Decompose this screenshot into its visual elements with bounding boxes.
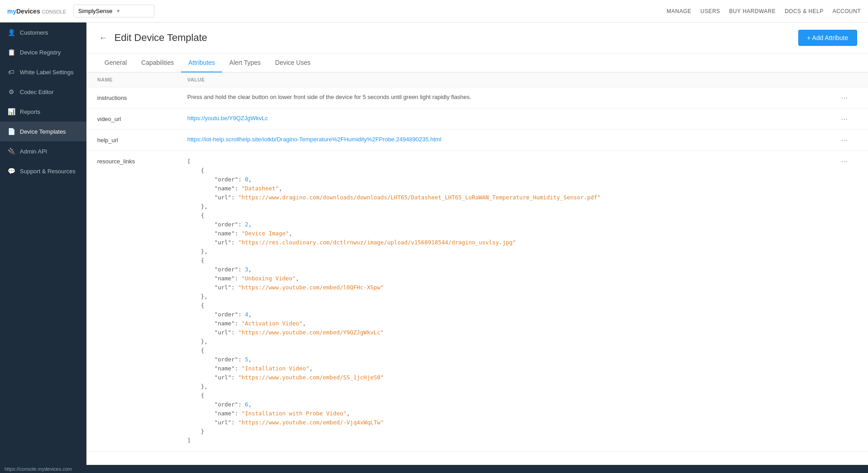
tab-attributes[interactable]: Attributes [181,54,222,72]
device-registry-icon: 📋 [7,49,15,56]
sidebar: 👤 Customers 📋 Device Registry 🏷 White La… [0,23,86,465]
sidebar-item-device-registry[interactable]: 📋 Device Registry [0,42,86,62]
sidebar-item-support[interactable]: 💬 Support & Resources [0,161,86,181]
attr-menu-button-video-url[interactable]: ··· [839,115,850,123]
sidebar-item-codec-editor[interactable]: ⚙ Codec Editor [0,82,86,102]
attr-menu-cell: ··· [839,94,857,102]
app-body: 👤 Customers 📋 Device Registry 🏷 White La… [0,23,868,465]
tab-capabilities[interactable]: Capabilities [134,54,181,72]
add-attribute-button[interactable]: + Add Attribute [798,30,857,46]
header-name: NAME [97,77,187,82]
attr-menu-cell: ··· [839,136,857,144]
attr-name-resource-links: resource_links [97,157,187,165]
attr-name-video-url: video_url [97,115,187,122]
page-header: ← Edit Device Template + Add Attribute [86,23,868,54]
nav-account-link[interactable]: ACCOUNT [832,8,861,14]
reports-icon: 📊 [7,108,15,115]
brand-logo: myDevices CONSOLE [7,8,66,15]
table-row: help_url https://iot-help.scrollhelp.sit… [86,130,868,151]
nav-manage-link[interactable]: MANAGE [667,8,692,14]
help-url-link[interactable]: https://iot-help.scrollhelp.site/iotkb/D… [187,136,441,143]
sidebar-item-label: Support & Resources [20,168,76,175]
attr-menu-cell: ··· [839,157,857,165]
brand-prefix: my [7,8,16,15]
sidebar-item-label: White Label Settings [20,69,73,76]
attr-name-instructions: instructions [97,94,187,101]
attributes-table: NAME VALUE instructions Press and hold t… [86,72,868,465]
attr-name-help-url: help_url [97,136,187,144]
header-actions [839,77,857,82]
nav-docs-help-link[interactable]: DOCS & HELP [785,8,823,14]
brand-name: Devices [16,8,40,15]
tab-general[interactable]: General [97,54,134,72]
tab-alert-types[interactable]: Alert Types [222,54,268,72]
tab-bar: General Capabilities Attributes Alert Ty… [86,54,868,72]
workspace-selector[interactable]: SimplySense ▼ [73,5,154,18]
table-row: video_url https://youtu.be/Y9QZJgWkvLc ·… [86,108,868,130]
sidebar-item-white-label[interactable]: 🏷 White Label Settings [0,62,86,82]
sidebar-item-label: Admin API [20,148,47,155]
attr-menu-cell: ··· [839,115,857,123]
status-bar: https://console.mydevices.com [0,465,868,473]
attr-value-instructions: Press and hold the clear button on lower… [187,94,839,100]
sidebar-item-label: Codec Editor [20,89,54,95]
top-nav: myDevices CONSOLE SimplySense ▼ MANAGE U… [0,0,868,23]
attr-value-help-url: https://iot-help.scrollhelp.site/iotkb/D… [187,136,839,143]
json-content: [ { "order": 0, "name": "Datasheet", "ur… [187,157,839,445]
nav-buy-hardware-link[interactable]: BUY HARDWARE [729,8,776,14]
sidebar-item-label: Customers [20,29,48,36]
customers-icon: 👤 [7,29,15,36]
tab-device-uses[interactable]: Device Uses [268,54,318,72]
table-row: instructions Press and hold the clear bu… [86,87,868,108]
white-label-icon: 🏷 [7,68,15,76]
admin-api-icon: 🔌 [7,148,15,155]
nav-users-link[interactable]: USERS [701,8,720,14]
sidebar-item-device-templates[interactable]: 📄 Device Templates [0,122,86,141]
attr-value-video-url: https://youtu.be/Y9QZJgWkvLc [187,115,839,122]
attr-menu-button-instructions[interactable]: ··· [839,94,850,102]
attr-menu-button-resource-links[interactable]: ··· [839,157,850,165]
sidebar-item-reports[interactable]: 📊 Reports [0,102,86,122]
workspace-name: SimplySense [78,8,113,14]
sidebar-item-customers[interactable]: 👤 Customers [0,23,86,42]
top-nav-links: MANAGE USERS BUY HARDWARE DOCS & HELP AC… [667,8,861,14]
sidebar-item-admin-api[interactable]: 🔌 Admin API [0,141,86,161]
status-url: https://console.mydevices.com [5,466,72,472]
attr-value-resource-links: [ { "order": 0, "name": "Datasheet", "ur… [187,157,839,445]
brand-suffix: CONSOLE [42,9,66,14]
sidebar-item-label: Reports [20,108,41,115]
add-attribute-label: + Add Attribute [807,34,848,41]
sidebar-item-label: Device Registry [20,49,61,56]
table-row-resource-links: resource_links [ { "order": 0, "name": "… [86,151,868,452]
device-templates-icon: 📄 [7,128,15,135]
back-button[interactable]: ← [97,32,109,45]
video-url-link[interactable]: https://youtu.be/Y9QZJgWkvLc [187,115,268,122]
header-value: VALUE [187,77,839,82]
main-content: ← Edit Device Template + Add Attribute G… [86,23,868,465]
support-icon: 💬 [7,167,15,175]
chevron-down-icon: ▼ [116,9,149,14]
table-header: NAME VALUE [86,72,868,87]
attr-menu-button-help-url[interactable]: ··· [839,136,850,144]
codec-editor-icon: ⚙ [7,88,15,95]
page-title: Edit Device Template [114,32,793,44]
sidebar-item-label: Device Templates [20,128,66,135]
